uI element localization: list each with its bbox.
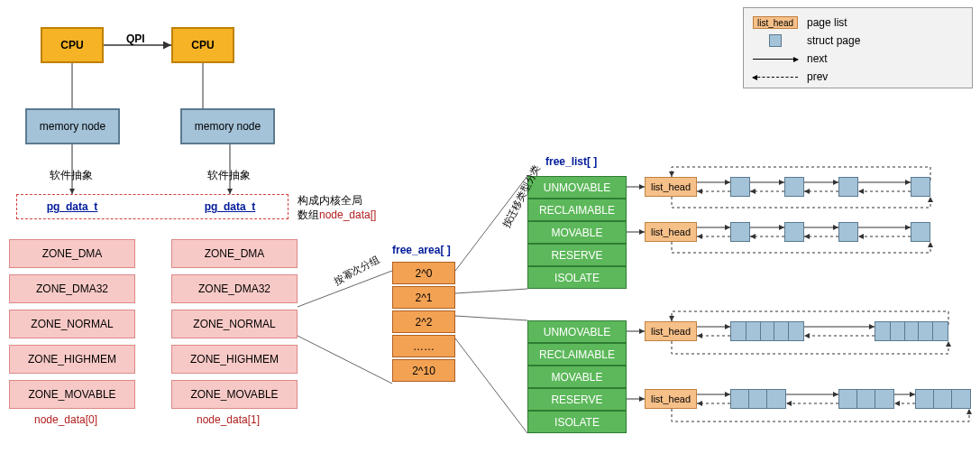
page-r1-2 [784, 177, 804, 197]
list-head-1: list_head [645, 177, 697, 197]
page-r1-3 [838, 177, 858, 197]
pageblock-r3-2 [875, 321, 948, 341]
svg-line-6 [298, 336, 392, 384]
free-area-title: free_area[ ] [392, 244, 451, 256]
legend-pagelist-label: page list [807, 16, 847, 29]
free-list-b-2: MOVABLE [527, 366, 627, 388]
zone-1-1: ZONE_DMA32 [171, 274, 298, 303]
free-list-b-3: RESERVE [527, 388, 627, 411]
legend-panel: list_head page list struct page next pre… [743, 7, 973, 88]
page-r2-2 [784, 222, 804, 242]
pgdata-right: pg_data_t [189, 197, 270, 217]
legend-next-label: next [807, 52, 828, 65]
page-r1-1 [730, 177, 750, 197]
zone-0-2: ZONE_NORMAL [9, 310, 135, 338]
zone-0-3: ZONE_HIGHMEM [9, 345, 135, 374]
free-list-b-4: ISOLATE [527, 411, 627, 433]
free-area-group-label: 按幂次分组 [332, 253, 382, 288]
list-head-4: list_head [645, 389, 697, 409]
zone-1-2: ZONE_NORMAL [171, 310, 298, 338]
free-area-2: 2^2 [392, 310, 455, 333]
free-list-a-4: ISOLATE [527, 266, 627, 289]
free-list-title: free_list[ ] [545, 155, 597, 168]
pageblock-r4-2 [838, 389, 894, 409]
memnode-left: memory node [25, 108, 120, 144]
node-data-desc: 构成内核全局 数组node_data[] [298, 194, 376, 222]
free-list-b-0: UNMOVABLE [527, 320, 627, 343]
legend-listhead-swatch: list_head [753, 16, 798, 29]
node-label-1: node_data[1] [197, 413, 260, 426]
pgdata-left: pg_data_t [32, 197, 113, 217]
pageblock-r4-1 [730, 389, 786, 409]
cpu-right: CPU [171, 27, 234, 63]
list-head-2: list_head [645, 222, 697, 242]
free-area-4: 2^10 [392, 359, 455, 382]
svg-line-8 [455, 289, 527, 293]
legend-next-arrow [753, 59, 798, 60]
cpu-left: CPU [41, 27, 104, 63]
zone-1-0: ZONE_DMA [171, 239, 298, 268]
page-r1-4 [911, 177, 930, 197]
abstraction-right: 软件抽象 [207, 168, 251, 183]
pageblock-r3-1 [730, 321, 804, 341]
svg-line-9 [455, 316, 527, 320]
zone-1-3: ZONE_HIGHMEM [171, 345, 298, 374]
list-head-3: list_head [645, 321, 697, 341]
free-list-a-3: RESERVE [527, 244, 627, 266]
free-list-b-1: RECLAIMABLE [527, 343, 627, 366]
free-area-0: 2^0 [392, 262, 455, 284]
page-r2-1 [730, 222, 750, 242]
legend-prev-label: prev [807, 70, 828, 83]
svg-line-10 [455, 338, 527, 433]
zone-0-1: ZONE_DMA32 [9, 274, 135, 303]
page-r2-4 [911, 222, 930, 242]
legend-structpage-label: struct page [807, 34, 860, 47]
page-r2-3 [838, 222, 858, 242]
free-list-a-1: RECLAIMABLE [527, 199, 627, 221]
zone-0-0: ZONE_DMA [9, 239, 135, 268]
zone-0-4: ZONE_MOVABLE [9, 380, 135, 409]
free-list-a-0: UNMOVABLE [527, 176, 627, 199]
abstraction-left: 软件抽象 [50, 168, 93, 183]
free-area-1: 2^1 [392, 286, 455, 309]
zone-1-4: ZONE_MOVABLE [171, 380, 298, 409]
free-area-3: …… [392, 335, 455, 357]
qpi-label: QPI [126, 32, 145, 45]
legend-prev-arrow [753, 77, 798, 78]
legend-page-swatch [769, 34, 782, 47]
pageblock-r4-3 [915, 389, 971, 409]
free-list-a-2: MOVABLE [527, 221, 627, 244]
memnode-right: memory node [180, 108, 275, 144]
node-label-0: node_data[0] [34, 413, 97, 426]
